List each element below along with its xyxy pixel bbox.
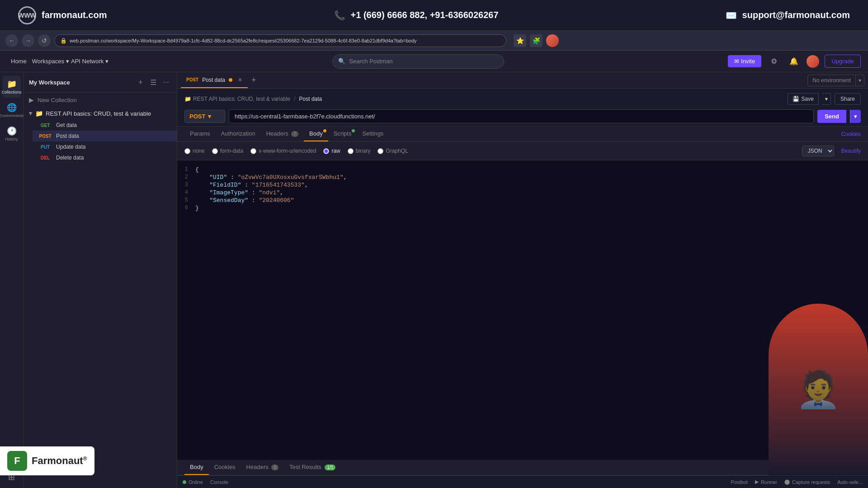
code-line-2: 2 "UID" : "oZvwVc7a0UXosxuGvsfxarSWbhu1"… bbox=[177, 174, 868, 181]
urlencoded-option[interactable]: x-www-form-urlencoded bbox=[250, 148, 316, 154]
send-dropdown-button[interactable]: ▾ bbox=[850, 110, 861, 123]
collection-item: ▶ 📁 REST API basics: CRUD, test & variab… bbox=[24, 107, 177, 163]
email-item: ✉️ support@farmonaut.com bbox=[726, 10, 850, 21]
graphql-option[interactable]: GraphQL bbox=[377, 148, 408, 154]
api-network-dropdown[interactable]: API Network ▾ bbox=[71, 56, 108, 66]
env-dropdown-button[interactable]: ▾ bbox=[856, 75, 864, 86]
back-button[interactable]: ← bbox=[5, 34, 18, 47]
bookmark-button[interactable]: ⭐ bbox=[514, 34, 526, 47]
phone-text: +1 (669) 6666 882, +91-6366026267 bbox=[351, 10, 499, 20]
form-data-option[interactable]: form-data bbox=[212, 148, 243, 154]
search-input-wrap[interactable]: 🔍 Search Postman bbox=[332, 54, 504, 69]
settings-tab[interactable]: Settings bbox=[357, 127, 389, 141]
sidebar-environments-icon[interactable]: 🌐 Environments bbox=[3, 99, 21, 121]
collections-icon: 📁 bbox=[7, 79, 17, 89]
user-avatar[interactable] bbox=[807, 55, 819, 68]
cookies-button[interactable]: Cookies bbox=[841, 127, 861, 141]
postbot-label: Postbot bbox=[731, 479, 748, 485]
method-select[interactable]: POST ▾ bbox=[184, 110, 225, 123]
lock-icon: 🔒 bbox=[60, 38, 67, 44]
none-option[interactable]: none bbox=[184, 148, 205, 154]
new-button[interactable]: + bbox=[135, 77, 146, 88]
chevron-down-icon: ▾ bbox=[66, 58, 69, 65]
response-test-results-tab[interactable]: Test Results 1/1 bbox=[284, 460, 341, 475]
code-editor[interactable]: 1 { 2 "UID" : "oZvwVc7a0UXosxuGvsfxarSWb… bbox=[177, 160, 868, 460]
invite-button[interactable]: ✉ Invite bbox=[728, 55, 761, 67]
post-method-badge: POST bbox=[38, 134, 52, 139]
new-tab-button[interactable]: + bbox=[248, 72, 260, 88]
farmonaut-logo: F bbox=[7, 451, 27, 471]
delete-data-name: Delete data bbox=[56, 155, 84, 161]
response-headers-tab[interactable]: Headers 8 bbox=[241, 460, 284, 475]
put-method-badge: PUT bbox=[38, 145, 52, 150]
raw-option[interactable]: raw bbox=[323, 148, 340, 154]
notifications-button[interactable]: 🔔 bbox=[787, 54, 801, 69]
share-button[interactable]: Share bbox=[835, 93, 861, 105]
headers-tab[interactable]: Headers 7 bbox=[261, 127, 304, 141]
console-button[interactable]: Console bbox=[210, 479, 228, 485]
method-label: POST bbox=[189, 113, 205, 120]
request-save-area: 💾 Save ▾ Share bbox=[788, 93, 861, 105]
runner-label: Runner bbox=[761, 479, 777, 485]
post-data-tab[interactable]: POST Post data ✕ bbox=[181, 72, 248, 88]
search-placeholder: Search Postman bbox=[349, 58, 392, 65]
body-dot bbox=[323, 129, 326, 132]
auto-select-button[interactable]: Auto-sele... bbox=[837, 479, 863, 485]
phone-icon: 📞 bbox=[334, 10, 345, 21]
address-bar[interactable]: 🔒 web.postman.co/workspace/My-Workspace-… bbox=[54, 34, 506, 47]
get-data-name: Get data bbox=[56, 122, 77, 128]
code-line-3: 3 "FieldID" : "1716541743533", bbox=[177, 181, 868, 189]
website-item: WWW farmonaut.com bbox=[18, 6, 107, 24]
new-collection-item[interactable]: ▶ New Collection bbox=[24, 93, 177, 107]
collection-header[interactable]: ▶ 📁 REST API basics: CRUD, test & variab… bbox=[24, 107, 177, 120]
scripts-tab[interactable]: Scripts bbox=[328, 127, 357, 141]
tab-close-icon[interactable]: ✕ bbox=[238, 77, 242, 83]
collections-label: Collections bbox=[1, 90, 21, 94]
response-cookies-tab[interactable]: Cookies bbox=[209, 460, 241, 475]
environments-label: Environments bbox=[0, 113, 24, 118]
website-text: farmonaut.com bbox=[42, 10, 107, 20]
upgrade-button[interactable]: Upgrade bbox=[825, 55, 861, 68]
breadcrumb-current: Post data bbox=[299, 96, 322, 102]
request-update-data[interactable]: PUT Update data bbox=[33, 141, 177, 152]
sidebar-history-icon[interactable]: 🕐 History bbox=[3, 123, 21, 145]
forward-button[interactable]: → bbox=[22, 34, 34, 47]
format-select[interactable]: JSON Text XML bbox=[802, 145, 834, 156]
home-link[interactable]: Home bbox=[7, 56, 30, 66]
settings-button[interactable]: ⚙ bbox=[767, 54, 781, 69]
collection-children: GET Get data POST Post data PUT Update d… bbox=[24, 120, 177, 163]
authorization-tab[interactable]: Authorization bbox=[216, 127, 261, 141]
runner-button[interactable]: ▶ Runner bbox=[755, 479, 777, 485]
send-button[interactable]: Send bbox=[817, 110, 846, 123]
save-dropdown-button[interactable]: ▾ bbox=[822, 93, 831, 105]
env-selector: No environment ▾ bbox=[807, 72, 864, 88]
binary-option[interactable]: binary bbox=[348, 148, 371, 154]
request-post-data[interactable]: POST Post data bbox=[33, 131, 177, 141]
postman-body: 📁 Collections 🌐 Environments 🕐 History ⊞… bbox=[0, 72, 868, 488]
request-get-data[interactable]: GET Get data bbox=[33, 120, 177, 131]
request-delete-data[interactable]: DEL Delete data bbox=[33, 152, 177, 163]
tab-bar: POST Post data ✕ + No environment ▾ bbox=[177, 72, 868, 89]
save-button[interactable]: 💾 Save bbox=[788, 93, 819, 105]
extensions-button[interactable]: 🧩 bbox=[530, 34, 542, 47]
more-options-button[interactable]: ··· bbox=[160, 77, 171, 88]
collection-folder-icon: 📁 bbox=[35, 110, 43, 117]
params-tab[interactable]: Params bbox=[184, 127, 216, 141]
postbot-button[interactable]: Postbot bbox=[731, 479, 748, 485]
workspaces-dropdown[interactable]: Workspaces ▾ bbox=[32, 56, 69, 66]
url-input[interactable] bbox=[229, 109, 814, 123]
url-text: web.postman.co/workspace/My-Workspace-8d… bbox=[70, 38, 417, 43]
filter-button[interactable]: ☰ bbox=[148, 77, 159, 88]
update-data-name: Update data bbox=[56, 144, 85, 150]
request-area: 📁 REST API basics: CRUD, test & variable… bbox=[177, 89, 868, 127]
breadcrumb-icon: 📁 bbox=[184, 96, 191, 102]
refresh-button[interactable]: ↺ bbox=[38, 34, 51, 47]
response-body-tab[interactable]: Body bbox=[184, 460, 209, 475]
no-environment-button[interactable]: No environment bbox=[807, 75, 856, 86]
history-label: History bbox=[5, 137, 18, 141]
online-dot bbox=[183, 480, 186, 484]
body-tab[interactable]: Body bbox=[304, 127, 328, 141]
sidebar-collections-icon[interactable]: 📁 Collections bbox=[3, 76, 21, 98]
capture-requests-button[interactable]: ⬤ Capture requests bbox=[784, 479, 830, 485]
beautify-button[interactable]: Beautify bbox=[841, 148, 861, 154]
